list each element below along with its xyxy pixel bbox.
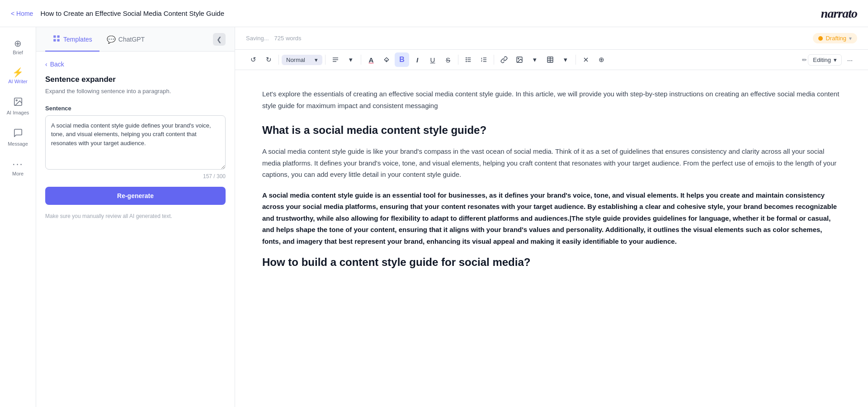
svg-point-13 <box>466 57 467 58</box>
add-more-button[interactable]: ⊕ <box>594 52 609 67</box>
back-label: Back <box>50 61 64 68</box>
editor-topbar: Saving... 725 words Drafting ▾ <box>235 27 868 50</box>
toolbar-divider-5 <box>494 55 494 65</box>
side-panel: Templates 💬 ChatGPT ❮ ‹ Back Sentence ex… <box>36 27 235 407</box>
link-button[interactable] <box>497 52 511 67</box>
tab-templates-label: Templates <box>63 36 92 43</box>
underline-button[interactable]: U <box>425 52 440 67</box>
back-button[interactable]: ‹ Back <box>45 61 226 68</box>
home-link[interactable]: < Home <box>11 10 33 17</box>
status-badge[interactable]: Drafting ▾ <box>813 33 857 43</box>
toolbar-divider-4 <box>458 55 458 65</box>
clear-format-button[interactable] <box>579 52 593 67</box>
template-description: Expand the following sentence into a par… <box>45 87 226 96</box>
ai-writer-icon: ⚡ <box>12 68 24 77</box>
left-sidebar: ⊕ Brief ⚡ AI Writer AI Images Message <box>0 27 36 407</box>
toolbar-divider-2 <box>325 55 326 65</box>
topbar-left: Saving... 725 words <box>246 35 302 42</box>
panel-content: ‹ Back Sentence expander Expand the foll… <box>36 52 235 407</box>
table-button[interactable] <box>543 52 557 67</box>
bold-button[interactable]: B <box>395 52 409 67</box>
svg-point-15 <box>466 61 467 62</box>
main-layout: ⊕ Brief ⚡ AI Writer AI Images Message <box>0 27 868 407</box>
tab-templates[interactable]: Templates <box>45 27 99 52</box>
highlight-button[interactable] <box>379 52 394 67</box>
image-dropdown-button[interactable]: ▾ <box>528 52 542 67</box>
align-button[interactable] <box>328 52 343 67</box>
status-label: Drafting <box>826 35 846 42</box>
svg-point-20 <box>518 58 519 59</box>
tab-chatgpt[interactable]: 💬 ChatGPT <box>99 27 152 52</box>
back-chevron-icon: ‹ <box>45 61 47 68</box>
sidebar-item-brief[interactable]: ⊕ Brief <box>3 34 33 60</box>
svg-rect-2 <box>53 35 56 38</box>
panel-tabs: Templates 💬 ChatGPT ❮ <box>36 27 235 52</box>
disclaimer-text: Make sure you manually review all AI gen… <box>45 212 226 220</box>
svg-rect-5 <box>57 39 60 42</box>
char-count: 157 / 300 <box>45 173 226 180</box>
svg-point-1 <box>16 99 17 101</box>
tab-chatgpt-label: ChatGPT <box>118 36 145 43</box>
style-label: Normal <box>286 57 305 63</box>
editor-area: Saving... 725 words Drafting ▾ ↺ ↻ Norma… <box>235 27 868 407</box>
editing-mode-button[interactable]: Editing ▾ <box>808 54 842 66</box>
doc-title: How to Create an Effective Social Media … <box>40 9 224 17</box>
brief-icon: ⊕ <box>14 39 22 48</box>
svg-rect-3 <box>57 35 60 38</box>
undo-button[interactable]: ↺ <box>246 52 260 67</box>
toolbar-divider-3 <box>361 55 361 65</box>
header-left: < Home How to Create an Effective Social… <box>11 9 224 17</box>
editor-heading-2: How to build a content style guide for s… <box>262 256 841 269</box>
toolbar-divider-1 <box>278 55 279 65</box>
top-header: < Home How to Create an Effective Social… <box>0 0 868 27</box>
template-title: Sentence expander <box>45 75 226 84</box>
editor-content[interactable]: Let's explore the essentials of creating… <box>235 70 868 407</box>
ai-images-icon <box>13 97 23 108</box>
style-select[interactable]: Normal ▾ <box>282 55 322 65</box>
sidebar-label-ai-images: AI Images <box>7 110 29 115</box>
sidebar-item-ai-images[interactable]: AI Images <box>3 92 33 120</box>
chatgpt-tab-icon: 💬 <box>107 35 116 44</box>
editing-chevron-icon: ▾ <box>834 57 837 63</box>
panel-tabs-left: Templates 💬 ChatGPT <box>45 27 152 51</box>
sidebar-label-ai-writer: AI Writer <box>8 79 28 84</box>
svg-rect-4 <box>53 39 56 42</box>
editor-paragraph-1: A social media content style guide is li… <box>262 146 841 180</box>
style-chevron-icon: ▾ <box>315 57 318 63</box>
text-color-button[interactable]: A <box>364 52 378 67</box>
logo: narrato <box>821 6 857 21</box>
toolbar-more-button[interactable]: ··· <box>843 52 857 67</box>
editor-heading-1: What is a social media content style gui… <box>262 124 841 137</box>
sidebar-label-brief: Brief <box>13 50 23 55</box>
toolbar: ↺ ↻ Normal ▾ ▾ A B I U S <box>235 50 868 70</box>
redo-button[interactable]: ↻ <box>261 52 276 67</box>
more-icon: ··· <box>12 159 23 169</box>
sidebar-item-more[interactable]: ··· More <box>3 155 33 181</box>
strikethrough-button[interactable]: S <box>441 52 455 67</box>
sidebar-item-message[interactable]: Message <box>3 123 33 151</box>
collapse-panel-button[interactable]: ❮ <box>213 33 226 46</box>
svg-point-14 <box>466 59 467 60</box>
italic-button[interactable]: I <box>410 52 425 67</box>
sentence-textarea-wrapper <box>45 115 226 171</box>
saving-status: Saving... <box>246 35 269 42</box>
regenerate-button[interactable]: Re-generate <box>45 187 226 205</box>
pencil-icon: ✏ <box>802 57 807 63</box>
message-icon <box>13 128 23 139</box>
sentence-textarea[interactable] <box>45 115 226 170</box>
align-dropdown-button[interactable]: ▾ <box>344 52 358 67</box>
editing-label: Editing <box>813 57 831 63</box>
sidebar-label-message: Message <box>8 141 28 147</box>
ordered-list-button[interactable] <box>476 52 491 67</box>
editor-intro: Let's explore the essentials of creating… <box>262 88 841 111</box>
table-dropdown-button[interactable]: ▾ <box>558 52 573 67</box>
sidebar-label-more: More <box>12 171 24 176</box>
status-chevron-icon: ▾ <box>849 35 852 42</box>
templates-tab-icon <box>52 34 61 44</box>
editor-paragraph-2-bold: A social media content style guide is an… <box>262 189 841 247</box>
word-count: 725 words <box>274 35 302 42</box>
bullet-list-button[interactable] <box>461 52 476 67</box>
image-button[interactable] <box>512 52 527 67</box>
sidebar-item-ai-writer[interactable]: ⚡ AI Writer <box>3 63 33 89</box>
status-dot <box>818 36 823 41</box>
